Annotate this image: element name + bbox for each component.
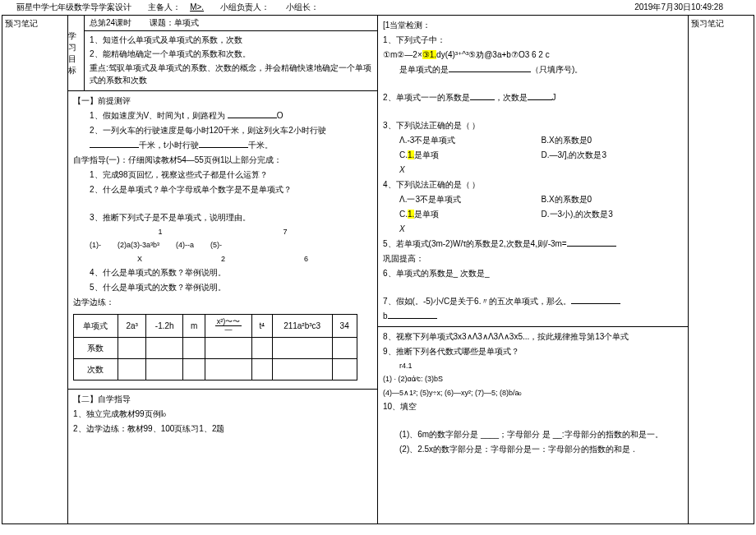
- notes-column-right: 预习笔记: [688, 16, 754, 523]
- group-leader: 小组负责人：: [220, 2, 270, 13]
- school-name: 丽星中学七年级数学导学案设计: [16, 2, 131, 13]
- host-label: 主备人： M>.: [148, 2, 204, 13]
- lesson-info: 总第24课时 课题：单项式: [85, 16, 377, 31]
- pretest-section: 【一】前提测评 1、假如速度为V、时间为t，则路程为 O 2、一列火车的行驶速度…: [68, 91, 377, 389]
- lesson-header-row: 学习目标 总第24课时 课题：单项式 1、知道什么单项式及单项式的系数，次数 2…: [68, 16, 377, 91]
- timestamp: 2019年7月30日10:49:28: [634, 2, 723, 13]
- notes-column-left: 预习笔记: [2, 16, 68, 523]
- goals-content: 1、知道什么单项式及单项式的系数，次数 2、能精确地确定一个单项式的系数和次数。…: [85, 31, 377, 90]
- monomial-table: 单项式 2a³ -1.2h m x²)〜〜— t⁴ 211a²b³c3 34 系…: [73, 314, 357, 380]
- table-row: 单项式 2a³ -1.2h m x²)〜〜— t⁴ 211a²b³c3 34: [74, 315, 357, 338]
- left-panel: 学习目标 总第24课时 课题：单项式 1、知道什么单项式及单项式的系数，次数 2…: [68, 16, 378, 523]
- goal-label: 学习目标: [68, 16, 85, 90]
- table-row: 次数: [74, 359, 357, 380]
- group-head: 小组长：: [286, 2, 319, 13]
- table-row: 系数: [74, 338, 357, 359]
- right-panel: [1当堂检测： 1、下列式子中： ①m②—2×③1.dy(4)³⁺^³⑤劝@3a…: [378, 16, 688, 523]
- page-header: 丽星中学七年级数学导学案设计 主备人： M>. 小组负责人： 小组长： 2019…: [0, 0, 756, 15]
- worksheet-main: 预习笔记 学习目标 总第24课时 课题：单项式 1、知道什么单项式及单项式的系数…: [2, 15, 754, 524]
- self-study-section: 【二】自学指导 1、独立完成教材99页例I₀ 2、边学边练：教材99、100页练…: [68, 389, 377, 440]
